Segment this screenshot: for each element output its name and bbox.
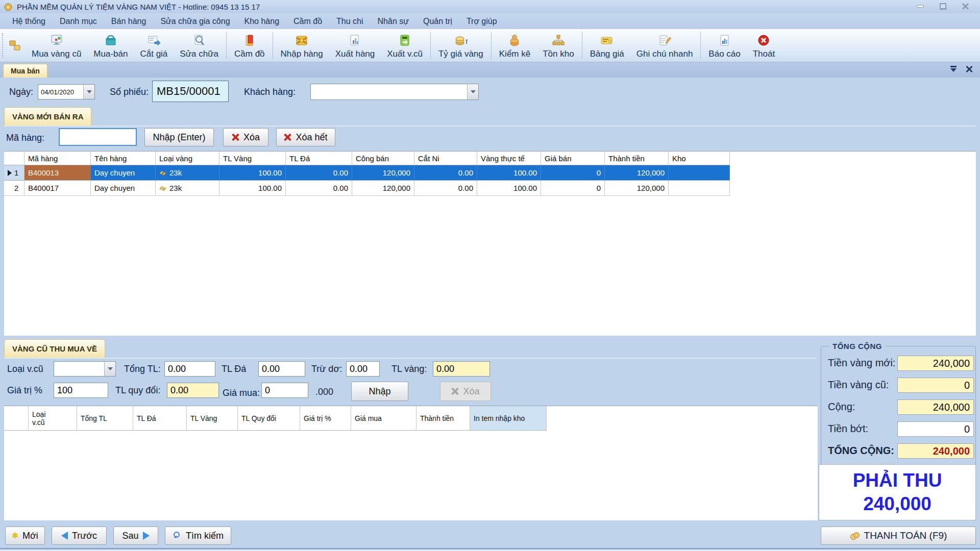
window-title: PHẦN MỀM QUẢN LÝ TIỆM VÀNG NAM VIỆT - Ho… — [17, 3, 260, 11]
tab-mua-ban[interactable]: Mua bán — [3, 64, 47, 78]
toolbar-ton-kho[interactable]: Tồn kho — [536, 29, 580, 62]
col-ma-hang[interactable]: Mã hàng — [24, 152, 91, 165]
old-gold-money-value[interactable] — [897, 378, 974, 393]
toolbar-nhap-hang[interactable]: Nhập hàng — [275, 29, 329, 62]
exit-icon — [756, 34, 771, 47]
toolbar-xuat-v-cu[interactable]: Xuất v.cũ — [381, 29, 429, 62]
menu-kho-hang[interactable]: Kho hàng — [237, 15, 287, 28]
old-gold-type-dropdown-button[interactable] — [104, 362, 115, 376]
new-gold-money-value[interactable] — [897, 356, 974, 371]
col-tl-vang[interactable]: TL Vàng — [219, 152, 286, 165]
toolbar-xuat-hang[interactable]: Xuất hàng — [329, 29, 381, 62]
toolbar-ghi-chu-nhanh[interactable]: Ghi chú nhanh — [630, 29, 699, 62]
section-tab-vang-cu-thu-mua-ve[interactable]: VÀNG CŨ THU MUA VỀ — [4, 339, 105, 358]
col-thanh-tien[interactable]: Thành tiền — [605, 152, 669, 165]
delete-item-button[interactable]: Xóa — [223, 128, 268, 146]
close-button[interactable] — [960, 2, 971, 10]
pay-button[interactable]: THANH TOÁN (F9) — [821, 527, 976, 545]
col-vang-thuc-te[interactable]: Vàng thực tế — [477, 152, 541, 165]
col-in-tem-nhap-kho[interactable]: In tem nhập kho — [470, 406, 547, 431]
toolbar-cam-do[interactable]: Cầm đồ — [228, 29, 271, 62]
old-gold-enter-button[interactable]: Nhập — [351, 382, 408, 401]
col-tl-da[interactable]: TL Đá — [133, 406, 187, 431]
col-loai-vang[interactable]: Loại vàng — [156, 152, 219, 165]
section-tab-vang-moi-ban-ra[interactable]: VÀNG MỚI BÁN RA — [4, 107, 91, 126]
toolbar-drag-handle[interactable] — [2, 33, 6, 58]
buy-price-input[interactable] — [261, 383, 308, 398]
converted-weight-input[interactable] — [167, 383, 219, 398]
col-tong-tl[interactable]: Tổng TL — [77, 406, 133, 431]
stone-weight-input[interactable] — [258, 361, 305, 377]
restore-button[interactable] — [937, 2, 948, 10]
gold-weight-input[interactable] — [433, 361, 490, 377]
subtotal-value[interactable] — [897, 399, 974, 415]
col-ten-hang[interactable]: Tên hàng — [91, 152, 156, 165]
toolbar-bao-cao[interactable]: Báo cáo — [702, 29, 746, 62]
new-button[interactable]: ✱ Mới — [5, 527, 45, 545]
toolbar-bang-gia[interactable]: Bảng giá — [584, 29, 630, 62]
toolbar-ty-gia-vang[interactable]: Tỷ giá vàng — [432, 29, 489, 62]
amount-due-label: PHẢI THU — [853, 469, 942, 492]
col-loai-vcu[interactable]: Loại v.cũ — [29, 406, 77, 431]
toolbar-kiem-ke[interactable]: Kiểm kê — [493, 29, 536, 62]
subtotal-label: Cộng: — [828, 401, 855, 413]
toolbar-mua-vang-cu[interactable]: Mua vàng cũ — [26, 29, 87, 62]
search-button[interactable]: Tìm kiếm — [165, 527, 231, 545]
menu-cam-do[interactable]: Cầm đồ — [286, 15, 329, 28]
col-cong-ban[interactable]: Công bán — [352, 152, 414, 165]
next-button[interactable]: Sau — [113, 527, 158, 545]
col-gia-mua[interactable]: Giá mua — [351, 406, 416, 431]
repair-icon — [192, 34, 206, 47]
total-weight-input[interactable] — [164, 361, 215, 377]
toolbar-cat-gia[interactable]: Cắt giá — [134, 29, 174, 62]
pawn-icon — [242, 34, 257, 47]
old-gold-delete-button[interactable]: Xóa — [440, 382, 491, 401]
toolbar-mua-ban[interactable]: Mua-bán — [87, 29, 134, 62]
toolbar: Mua vàng cũ Mua-bán Cắt giá Sửa chữa — [0, 29, 980, 62]
col-tl-da[interactable]: TL Đá — [286, 152, 352, 165]
menu-he-thong[interactable]: Hệ thống — [5, 15, 53, 28]
col-thanh-tien[interactable]: Thành tiền — [416, 406, 470, 431]
toolbar-thoat[interactable]: Thoát — [747, 29, 781, 62]
delete-all-button[interactable]: Xóa hết — [276, 128, 335, 146]
menu-thu-chi[interactable]: Thu chi — [329, 15, 370, 28]
menu-nhan-su[interactable]: Nhân sự — [371, 15, 416, 28]
discount-value[interactable] — [897, 421, 974, 437]
tab-close-icon[interactable] — [966, 65, 973, 72]
menu-quan-tri[interactable]: Quản trị — [416, 15, 459, 28]
menu-sua-chua-gia-cong[interactable]: Sửa chữa gia công — [153, 15, 237, 28]
tab-list-dropdown-icon[interactable] — [949, 65, 958, 72]
menu-ban-hang[interactable]: Bán hàng — [104, 15, 154, 28]
old-gold-type-combobox[interactable] — [54, 361, 116, 377]
col-gia-ban[interactable]: Giá bán — [541, 152, 605, 165]
toolbar-sua-chua[interactable]: Sửa chữa — [174, 29, 225, 62]
enter-item-button[interactable]: Nhập (Enter) — [144, 128, 214, 146]
value-percent-input[interactable] — [54, 383, 108, 398]
customer-dropdown-button[interactable] — [467, 84, 478, 99]
dirt-deduction-input[interactable] — [346, 361, 380, 377]
date-dropdown-button[interactable] — [83, 85, 94, 99]
col-cat-ni[interactable]: Cắt Ni — [414, 152, 477, 165]
previous-button[interactable]: Trước — [52, 527, 107, 545]
col-kho[interactable]: Kho — [669, 152, 730, 165]
minimize-button[interactable] — [915, 2, 926, 10]
section-divider — [4, 358, 817, 359]
col-gia-tri-pct[interactable]: Giá trị % — [300, 406, 351, 431]
close-icon — [962, 4, 969, 9]
purchased-old-gold-table: Loại v.cũ Tổng TL TL Đá TL Vàng TL Quy đ… — [4, 406, 818, 520]
item-code-input[interactable] — [59, 128, 137, 146]
table-row[interactable]: 2 B400017 Day chuyen 23k 100.00 0.00 120… — [4, 181, 976, 196]
row-indicator: 1 — [4, 165, 24, 181]
date-picker[interactable]: 04/01/2020 — [38, 84, 95, 99]
menu-tro-giup[interactable]: Trợ giúp — [459, 15, 504, 28]
receipt-number-field[interactable] — [152, 81, 229, 102]
toolbar-group-button[interactable] — [7, 29, 26, 62]
grand-total-value[interactable] — [897, 443, 974, 459]
col-tl-vang[interactable]: TL Vàng — [187, 406, 238, 431]
search-icon — [173, 531, 182, 540]
customer-combobox[interactable] — [310, 84, 479, 100]
col-tl-quy-doi[interactable]: TL Quy đổi — [238, 406, 300, 431]
menu-danh-muc[interactable]: Danh mục — [53, 15, 104, 28]
table-row[interactable]: 1 B400013 Day chuyen 23k 100.00 0.00 120… — [4, 165, 976, 181]
toolbar-separator — [491, 32, 492, 59]
